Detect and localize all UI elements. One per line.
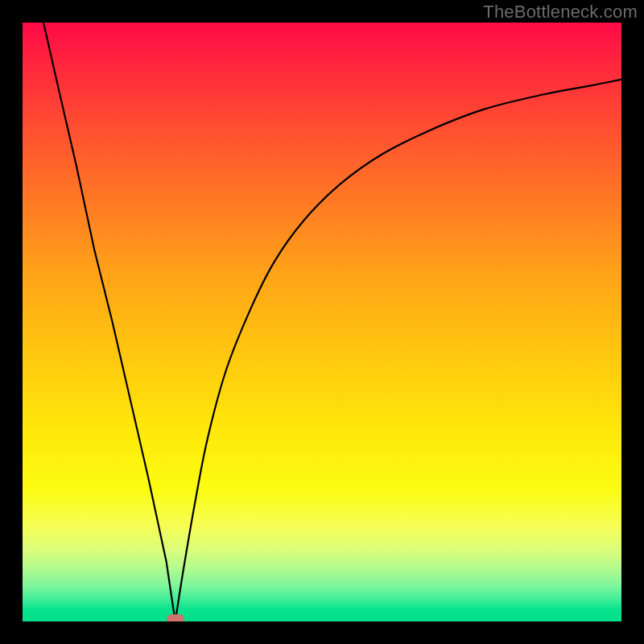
plot-area [23, 23, 621, 621]
bottleneck-curve [23, 23, 621, 621]
optimum-marker [167, 614, 184, 621]
chart-frame: TheBottleneck.com [0, 0, 644, 644]
watermark-text: TheBottleneck.com [483, 2, 638, 23]
